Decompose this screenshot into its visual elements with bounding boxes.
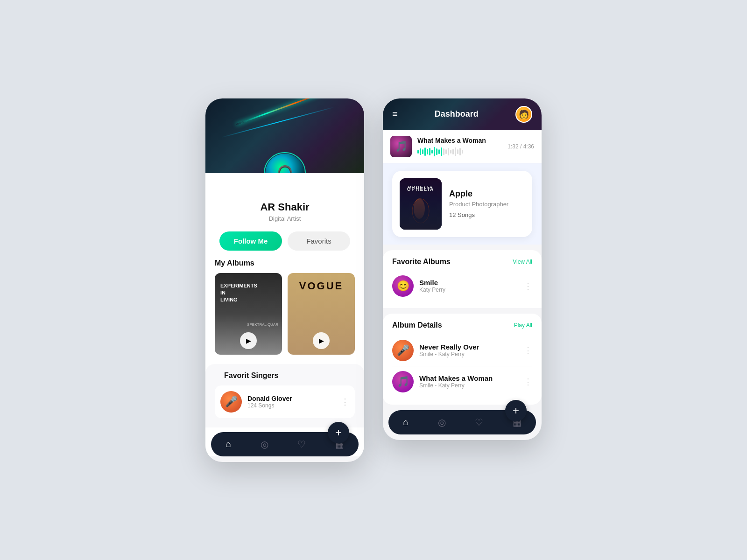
track1-info: Never Really Over Smile - Katy Perry	[419, 343, 518, 357]
dashboard-header: ≡ Dashboard 🧑	[383, 98, 542, 130]
wave-bar	[452, 149, 454, 154]
user-avatar[interactable]: 🧑	[515, 106, 532, 123]
albums-section-title: My Albums	[205, 259, 364, 267]
albums-grid: ▶ ▶	[205, 273, 364, 355]
artist-role: Digital Artist	[205, 215, 364, 222]
wave-bar	[417, 150, 419, 154]
featured-info: Apple Product Photographer 12 Songs	[449, 189, 525, 218]
svg-point-6	[414, 198, 425, 219]
track1-name: Never Really Over	[419, 343, 518, 351]
featured-section: OPHELIA Apple Product Photographer 12 So…	[383, 163, 542, 245]
wave-bar	[459, 148, 461, 155]
singer-name: Donald Glover	[247, 395, 335, 402]
track2-sub: Smile - Katy Perry	[419, 382, 518, 389]
track2-name: What Makes a Woman	[419, 374, 518, 382]
track-item-1[interactable]: 🎤 Never Really Over Smile - Katy Perry ⋮	[392, 335, 532, 366]
album-details-header: Album Details Play All	[392, 321, 532, 329]
app-container: AR Shakir Digital Artist Follow Me Favor…	[187, 80, 560, 481]
singer-songs: 124 Songs	[247, 402, 335, 409]
singer-item: 🎤 Donald Glover 124 Songs ⋮	[215, 385, 355, 418]
fav-album-art: 😊	[392, 275, 414, 297]
artist-name: AR Shakir	[205, 201, 364, 213]
wave-bar	[434, 147, 435, 156]
track2-art: 🎵	[392, 371, 414, 392]
wave-bar	[455, 147, 456, 156]
wave-bar	[443, 148, 444, 155]
album-details-title: Album Details	[392, 321, 442, 329]
right-nav-heart-icon[interactable]: ♡	[475, 417, 483, 428]
singers-section-title: Favorit Singers	[215, 371, 355, 380]
profile-actions: Follow Me Favorits	[205, 231, 364, 251]
album-details-section: Album Details Play All 🎤 Never Really Ov…	[383, 314, 542, 405]
fav-album-info: Smile Katy Perry	[419, 279, 518, 293]
track1-art: 🎤	[392, 340, 414, 361]
featured-album-artist: Product Photographer	[449, 201, 525, 208]
wave-bar	[441, 147, 442, 156]
left-fab-btn[interactable]: +	[328, 422, 349, 443]
waveform	[417, 147, 502, 156]
wave-bar	[462, 150, 463, 154]
singer-info: Donald Glover 124 Songs	[247, 395, 335, 409]
album-thumb-1[interactable]: ▶	[215, 273, 282, 355]
now-playing-info: What Makes a Woman	[417, 137, 502, 156]
album1-play-btn[interactable]: ▶	[240, 332, 257, 349]
play-all-btn[interactable]: Play All	[514, 322, 532, 329]
right-nav-search-icon[interactable]: ◎	[438, 417, 446, 428]
fav-album-more-icon[interactable]: ⋮	[524, 281, 532, 291]
wave-bar	[445, 149, 447, 154]
singer-avatar: 🎤	[220, 391, 242, 413]
fav-albums-title: Favorite Albums	[392, 258, 451, 266]
album2-play-btn[interactable]: ▶	[313, 332, 330, 349]
wave-bar	[424, 147, 426, 156]
wave-bar	[427, 149, 428, 154]
featured-card[interactable]: OPHELIA Apple Product Photographer 12 So…	[392, 171, 532, 237]
wave-bar	[436, 148, 437, 155]
svg-text:OPHELIA: OPHELIA	[408, 185, 433, 189]
favorite-albums-section: Favorite Albums View All 😊 Smile Katy Pe…	[383, 250, 542, 308]
profile-phone: AR Shakir Digital Artist Follow Me Favor…	[205, 98, 364, 462]
profile-header-banner	[205, 98, 364, 173]
right-bottom-nav: + ⌂ ◎ ♡ ▦	[388, 410, 536, 434]
svg-point-5	[412, 199, 429, 223]
right-fab-btn[interactable]: +	[505, 400, 527, 421]
fav-album-item: 😊 Smile Katy Perry ⋮	[392, 272, 532, 301]
fav-album-name: Smile	[419, 279, 518, 287]
wave-bar	[422, 149, 423, 154]
featured-cover-art: OPHELIA	[400, 178, 442, 230]
album-thumb-2[interactable]: ▶	[288, 273, 355, 355]
wave-bar	[450, 150, 451, 154]
featured-album-name: Apple	[449, 189, 525, 199]
fav-album-artist: Katy Perry	[419, 287, 518, 293]
avatar-ring	[261, 150, 308, 173]
singer-more-icon[interactable]: ⋮	[341, 397, 349, 407]
favorites-button[interactable]: Favorits	[288, 231, 350, 251]
left-nav-heart-icon[interactable]: ♡	[297, 439, 306, 450]
now-playing-bar[interactable]: 🎵 What Makes a Woman	[383, 130, 542, 163]
hamburger-icon[interactable]: ≡	[392, 109, 398, 119]
wave-bar	[420, 148, 421, 155]
track1-sub: Smile - Katy Perry	[419, 351, 518, 357]
follow-button[interactable]: Follow Me	[219, 231, 282, 251]
featured-album-songs: 12 Songs	[449, 211, 525, 218]
now-playing-time: 1:32 / 4:36	[507, 143, 534, 150]
left-bottom-nav: + ⌂ ◎ ♡ ▦	[211, 432, 359, 456]
left-nav-home-icon[interactable]: ⌂	[226, 439, 231, 449]
left-nav-search-icon[interactable]: ◎	[261, 439, 268, 450]
featured-album-cover: OPHELIA	[400, 178, 442, 230]
fav-albums-header: Favorite Albums View All	[392, 258, 532, 266]
favorit-singers-section: Favorit Singers 🎤 Donald Glover 124 Song…	[205, 364, 364, 427]
dashboard-phone: ≡ Dashboard 🧑 🎵 What Makes a Woman	[383, 98, 542, 440]
view-all-btn[interactable]: View All	[513, 259, 532, 265]
track2-info: What Makes a Woman Smile - Katy Perry	[419, 374, 518, 389]
profile-body: AR Shakir Digital Artist Follow Me Favor…	[205, 173, 364, 456]
wave-bar	[448, 148, 449, 155]
right-nav-home-icon[interactable]: ⌂	[403, 417, 409, 427]
dashboard-title: Dashboard	[435, 109, 479, 119]
track-item-2[interactable]: 🎵 What Makes a Woman Smile - Katy Perry …	[392, 366, 532, 397]
now-playing-thumb: 🎵	[390, 136, 412, 157]
track1-more-icon[interactable]: ⋮	[524, 345, 532, 356]
wave-bar	[431, 150, 433, 154]
wave-bar	[438, 149, 440, 154]
track2-more-icon[interactable]: ⋮	[524, 377, 532, 387]
wave-bar	[457, 149, 458, 154]
